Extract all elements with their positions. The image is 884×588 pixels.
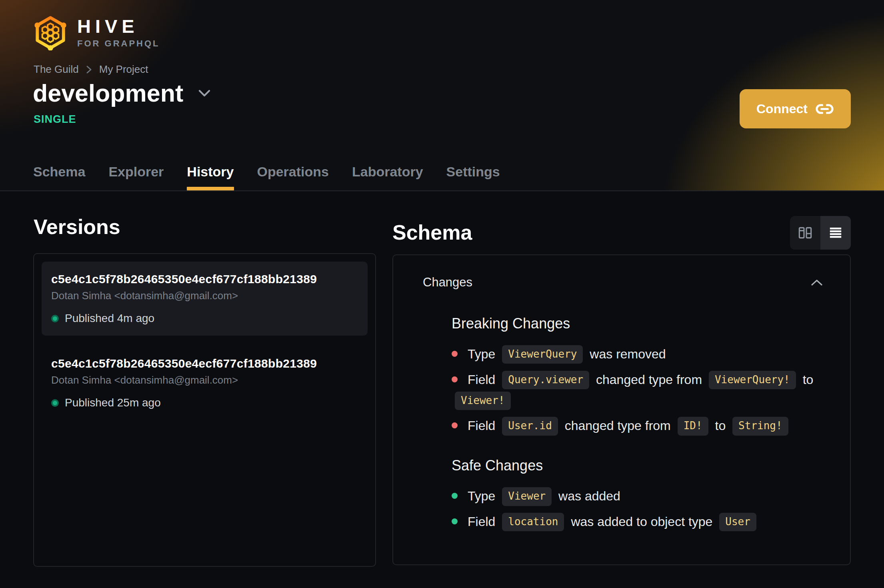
target-name: development: [33, 80, 183, 107]
code-chip: ID!: [678, 417, 708, 435]
version-card[interactable]: c5e4c1c5f78b26465350e4ecf677cf188bb21389…: [42, 262, 368, 336]
change-item: Field location was added to object type …: [452, 512, 823, 532]
schema-heading: Schema: [392, 222, 472, 244]
chevron-up-icon[interactable]: [811, 279, 823, 286]
connect-button[interactable]: Connect: [740, 89, 851, 128]
tab-schema[interactable]: Schema: [33, 164, 85, 190]
connect-button-label: Connect: [756, 102, 808, 116]
change-item: Type Viewer was added: [452, 486, 823, 507]
changes-label: Changes: [423, 275, 472, 290]
bullet-dot-icon: [452, 351, 458, 357]
breaking-changes-title: Breaking Changes: [452, 315, 823, 332]
list-view-button[interactable]: [820, 216, 851, 250]
version-status: Published 25m ago: [51, 396, 358, 409]
versions-panel: c5e4c1c5f78b26465350e4ecf677cf188bb21389…: [33, 253, 376, 567]
version-status-text: Published 4m ago: [65, 312, 154, 325]
code-chip: ViewerQuery: [502, 345, 583, 364]
tab-laboratory[interactable]: Laboratory: [352, 164, 423, 190]
split-view-button[interactable]: [790, 216, 820, 250]
page-header: HIVE FOR GRAPHQL The Guild My Project de…: [0, 0, 884, 191]
version-card[interactable]: c5e4c1c5f78b26465350e4ecf677cf188bb21389…: [42, 346, 368, 420]
code-chip: User.id: [502, 417, 558, 435]
tab-settings[interactable]: Settings: [446, 164, 500, 190]
code-chip: Query.viewer: [502, 371, 589, 389]
breadcrumb: The Guild My Project: [34, 63, 148, 76]
versions-column: Versions c5e4c1c5f78b26465350e4ecf677cf1…: [33, 216, 376, 567]
brand-logo-row[interactable]: HIVE FOR GRAPHQL: [33, 15, 160, 50]
changes-body: Breaking Changes Type ViewerQuery was re…: [423, 290, 823, 532]
target-title-row: development: [33, 80, 210, 107]
code-chip: String!: [732, 417, 788, 435]
change-item: Field User.id changed type from ID! to S…: [452, 416, 823, 436]
version-hash: c5e4c1c5f78b26465350e4ecf677cf188bb21389: [51, 357, 358, 370]
safe-changes-title: Safe Changes: [452, 457, 823, 474]
tab-explorer[interactable]: Explorer: [108, 164, 164, 190]
safe-changes-list: Type Viewer was added Field location was…: [452, 486, 823, 532]
code-chip: Viewer: [502, 487, 552, 506]
columns-view-icon: [797, 225, 813, 241]
brand-tagline: FOR GRAPHQL: [77, 38, 160, 49]
bullet-dot-icon: [452, 376, 458, 382]
breaking-changes-section: Breaking Changes Type ViewerQuery was re…: [452, 315, 823, 436]
breadcrumb-org[interactable]: The Guild: [34, 63, 79, 76]
change-item: Type ViewerQuery was removed: [452, 344, 823, 365]
code-chip: Viewer!: [455, 392, 511, 410]
link-icon: [815, 100, 834, 118]
view-mode-toggle: [790, 216, 851, 250]
published-dot-icon: [51, 399, 59, 407]
schema-heading-row: Schema: [392, 216, 851, 250]
safe-changes-section: Safe Changes Type Viewer was added Field…: [452, 457, 823, 532]
code-chip: ViewerQuery!: [709, 371, 796, 389]
target-mode-badge: SINGLE: [34, 113, 76, 126]
changes-collapse-header[interactable]: Changes: [423, 275, 823, 290]
bullet-dot-icon: [452, 518, 458, 524]
chevron-down-icon[interactable]: [198, 90, 210, 97]
bullet-dot-icon: [452, 493, 458, 499]
versions-heading: Versions: [34, 216, 376, 238]
code-chip: location: [502, 513, 564, 531]
version-status: Published 4m ago: [51, 312, 358, 325]
brand-text: HIVE FOR GRAPHQL: [77, 17, 160, 49]
version-status-text: Published 25m ago: [65, 396, 161, 409]
schema-changes-panel: Changes Breaking Changes Type ViewerQuer…: [392, 254, 851, 565]
tab-operations[interactable]: Operations: [257, 164, 329, 190]
list-view-icon: [828, 225, 844, 241]
breaking-changes-list: Type ViewerQuery was removed Field Query…: [452, 344, 823, 436]
published-dot-icon: [51, 315, 59, 322]
version-author: Dotan Simha <dotansimha@gmail.com>: [51, 290, 358, 302]
chevron-right-icon: [86, 65, 92, 74]
change-item: Field Query.viewer changed type from Vie…: [452, 370, 823, 411]
schema-column: Schema: [392, 216, 851, 567]
tab-history[interactable]: History: [187, 164, 234, 190]
code-chip: User: [719, 513, 756, 531]
tab-bar: Schema Explorer History Operations Labor…: [33, 164, 500, 190]
version-hash: c5e4c1c5f78b26465350e4ecf677cf188bb21389: [51, 272, 358, 286]
hive-logo-icon: [33, 15, 68, 50]
bullet-dot-icon: [452, 422, 458, 428]
version-author: Dotan Simha <dotansimha@gmail.com>: [51, 374, 358, 386]
breadcrumb-project[interactable]: My Project: [99, 63, 148, 76]
brand-name: HIVE: [77, 17, 160, 36]
main-content: Versions c5e4c1c5f78b26465350e4ecf677cf1…: [0, 191, 884, 567]
